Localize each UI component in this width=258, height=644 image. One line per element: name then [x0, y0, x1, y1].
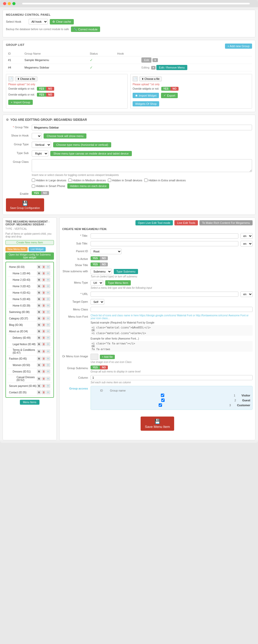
nm-active-yes-button[interactable]: YES [91, 256, 100, 260]
show-in-hook-select[interactable] [32, 133, 42, 139]
copy-button[interactable]: ⧉ [37, 357, 41, 361]
copy-button[interactable]: ⧉ [37, 390, 41, 394]
list-item[interactable]: Contact (ID:35) ⧉ 🗑 ✏ [7, 389, 52, 396]
copy-button[interactable]: ⧉ [37, 297, 41, 301]
list-item[interactable]: Home 1 (ID:44) ⧉ 🗑 ✏ [7, 270, 52, 277]
list-item[interactable]: Home 3 (ID:42) ⧉ 🗑 ✏ [7, 283, 52, 290]
edit-item-button[interactable]: ✏ [46, 349, 50, 353]
list-widget-button[interactable]: List Widget [29, 247, 45, 251]
show-type-button[interactable]: Show menu type canvas on mobile device a… [50, 151, 132, 156]
list-item[interactable]: Fashion (ID:45) ⧉ 🗑 ✏ [7, 355, 52, 362]
export-button[interactable]: ✓ Export [161, 93, 178, 98]
edit-item-button[interactable]: ✏ [46, 336, 50, 340]
delete-button[interactable]: 🗑 [42, 342, 46, 346]
delete-button[interactable]: 🗑 [42, 284, 46, 288]
delete-button[interactable]: 🗑 [42, 349, 46, 353]
edit-item-button[interactable]: ✏ [46, 303, 50, 308]
ga-guest-checkbox[interactable] [93, 399, 233, 402]
delete-button[interactable]: 🗑 [42, 291, 46, 295]
menu-items-button[interactable]: Menu Items [20, 400, 39, 405]
edit-item-button[interactable]: ✏ [46, 291, 50, 295]
choose-hook-button[interactable]: Choose hook will show menu [44, 133, 86, 139]
edit-dropdown[interactable]: ▼ [152, 58, 158, 62]
choose-type-button[interactable]: Choose type menu (horizontal or vertical… [53, 142, 111, 147]
type-submenu-button[interactable]: Type Submenu [114, 269, 138, 274]
type-menu-item-button[interactable]: Type Menu Item [105, 280, 131, 285]
nm-parent-select[interactable]: Root [91, 249, 122, 254]
delete-button[interactable]: 🗑 [42, 316, 46, 320]
delete-button[interactable]: 🗑 [42, 278, 46, 282]
enable-no-button[interactable]: NO [41, 191, 49, 195]
edit-item-button[interactable]: ✏ [46, 357, 50, 361]
choose-file-right-button[interactable]: ⬆ Choose a file [139, 77, 162, 81]
delete-button[interactable]: 🗑 [42, 369, 46, 374]
list-item[interactable]: About us (ID:34) ⧉ 🗑 ✏ [7, 328, 52, 335]
override-no-left[interactable]: NO [46, 87, 54, 91]
edit-item-button[interactable]: ✏ [46, 271, 50, 275]
edit-item-button[interactable]: ✏ [46, 363, 50, 367]
nm-target-select[interactable]: Self [91, 299, 104, 305]
delete-button[interactable]: 🗑 [42, 377, 46, 381]
copy-button[interactable]: ⧉ [37, 336, 41, 340]
nm-menu-type-select[interactable]: Url [91, 280, 103, 286]
rich-content-button[interactable]: To Make Rich Content For Megamenu [199, 220, 253, 225]
live-edit-tools-button[interactable]: Live Edit Tools [174, 220, 198, 225]
list-item[interactable]: Dresses (ID:51) ⧉ 🗑 ✏ [7, 368, 52, 375]
nm-column-input[interactable] [91, 375, 253, 380]
clear-cache-button[interactable]: ♻ Clear cache [50, 19, 74, 24]
list-item[interactable]: Home 5 (ID:40) ⧉ 🗑 ✏ [7, 296, 52, 302]
list-item[interactable]: Home 2 (ID:43) ⧉ 🗑 ✏ [7, 277, 52, 283]
list-item[interactable]: Delivery (ID:49) ⧉ 🗑 ✏ [7, 335, 52, 341]
edit-item-button[interactable]: ✏ [46, 369, 50, 374]
edit-remove-button[interactable]: Edit / Remove Menu [156, 65, 187, 70]
copy-button[interactable]: ⧉ [37, 329, 41, 333]
type-sub-select[interactable]: Right [32, 150, 48, 157]
awesome-font-link[interactable]: http://fontawesome.io/icons/ [196, 314, 228, 317]
override2-no-left[interactable]: NO [46, 93, 54, 97]
copy-button[interactable]: ⧉ [37, 384, 41, 388]
import-widget-button[interactable]: ◉ Import Widget [133, 93, 159, 98]
checkbox-small-input[interactable] [108, 179, 111, 182]
delete-button[interactable]: 🗑 [42, 271, 46, 275]
checkbox-large-input[interactable] [32, 179, 35, 182]
edit-item-button[interactable]: ✏ [46, 384, 50, 388]
copy-button[interactable]: ⧉ [37, 278, 41, 282]
ga-visitor-checkbox[interactable] [93, 394, 232, 397]
list-item[interactable]: Women (ID:50) ⧉ 🗑 ✏ [7, 362, 52, 368]
delete-button[interactable]: 🗑 [42, 384, 46, 388]
edit-item-button[interactable]: ✏ [46, 329, 50, 333]
delete-button[interactable]: 🗑 [42, 357, 46, 361]
delete-button[interactable]: 🗑 [42, 303, 46, 308]
edit-button[interactable]: Edit [141, 57, 151, 63]
copy-button[interactable]: ⧉ [37, 323, 41, 327]
nm-url-lang-select[interactable]: en [240, 291, 253, 297]
list-item[interactable]: Secure payment (ID:46) ⧉ 🗑 ✏ [7, 383, 52, 389]
minimize-dot[interactable] [8, 2, 11, 5]
enable-yes-button[interactable]: YES [32, 191, 41, 195]
override-no-right[interactable]: NO [171, 87, 179, 91]
open-live-edit-button[interactable]: Open Live Edit Tool mode [135, 220, 173, 225]
list-item[interactable]: Category (ID:37) ⧉ 🗑 ✏ [7, 315, 52, 322]
copy-button[interactable]: ⧉ [37, 303, 41, 308]
list-item[interactable]: Home 6 (ID:39) ⧉ 🗑 ✏ [7, 302, 52, 309]
close-dot[interactable] [3, 2, 6, 5]
list-item[interactable]: Swimming (ID:38) ⧉ 🗑 ✏ [7, 309, 52, 315]
override-yes-right[interactable]: YES [161, 87, 171, 91]
list-item[interactable]: Casual Dresses (ID:52) ⧉ 🗑 ✏ [7, 375, 52, 383]
delete-button[interactable]: 🗑 [42, 363, 46, 367]
create-new-menu-item-button[interactable]: Create New menu Item [5, 240, 54, 245]
nm-group-sub-yes-button[interactable]: YES [91, 366, 100, 369]
checkbox-medium-input[interactable] [68, 179, 72, 182]
open-list-widget-button[interactable]: Open list Widget config for Submenu type… [5, 252, 54, 260]
copy-button[interactable]: ⧉ [37, 369, 41, 374]
copy-button[interactable]: ⧉ [37, 284, 41, 288]
edit-item-button[interactable]: ✏ [46, 297, 50, 301]
list-item[interactable]: Blog (ID:36) ⧉ 🗑 ✏ [7, 322, 52, 328]
ga-customer-checkbox[interactable] [93, 403, 228, 407]
hook-select[interactable]: All hook [29, 19, 48, 24]
edit-item-button[interactable]: ✏ [46, 265, 50, 269]
copy-button[interactable]: ⧉ [37, 349, 41, 353]
delete-button[interactable]: 🗑 [42, 297, 46, 301]
edit-item-button[interactable]: ✏ [46, 390, 50, 394]
list-item[interactable]: Terms & Conditions (ID:47) ⧉ 🗑 ✏ [7, 348, 52, 355]
